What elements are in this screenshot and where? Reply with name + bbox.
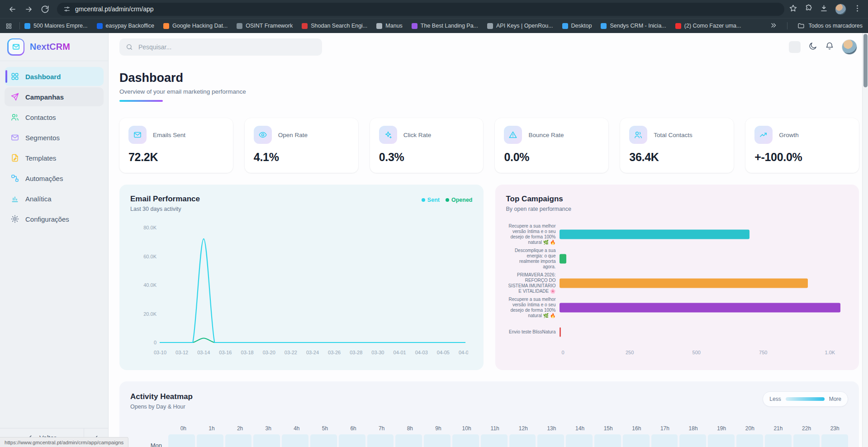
svg-text:03-26: 03-26 [328, 350, 341, 355]
heatmap-cell [282, 434, 308, 447]
stat-card-click-rate: Click Rate0.3% [370, 118, 484, 173]
hour-label: 17h [652, 425, 678, 432]
campaign-bar [560, 328, 561, 337]
bookmark-item[interactable]: Manus [376, 23, 403, 29]
activity-heatmap-card: Activity Heatmap Opens by Day & Hour Les… [119, 381, 859, 447]
url-text: gmcentral.pt/admin/crm/app [75, 5, 154, 13]
bookmark-favicon [487, 23, 493, 29]
campaign-bar-area [560, 271, 849, 295]
forward-button[interactable] [21, 1, 36, 17]
heatmap-cell [367, 434, 394, 447]
reload-button[interactable] [37, 1, 52, 17]
apps-grid-icon[interactable] [5, 23, 12, 29]
menu-kebab-icon[interactable] [853, 4, 862, 14]
mail-icon [10, 133, 19, 142]
hour-label: 7h [368, 425, 395, 432]
sidebar-item-dashboard[interactable]: Dashboard [5, 67, 104, 86]
bookmark-item[interactable]: Desktop [562, 23, 592, 29]
hour-label: 8h [397, 425, 423, 432]
sidebar-item-label: Automações [25, 175, 63, 182]
svg-text:03-18: 03-18 [241, 350, 254, 355]
bookmarks-overflow-chevrons-icon[interactable] [770, 22, 777, 30]
sidebar-item-label: Configurações [25, 215, 69, 223]
page-subtitle: Overview of your email marketing perform… [119, 88, 859, 95]
hour-label: 22h [793, 425, 820, 432]
heatmap-cell [679, 434, 706, 447]
sidebar-item-segmentos[interactable]: Segmentos [5, 128, 104, 147]
x-tick: 1.0K [825, 350, 835, 355]
search-input[interactable] [138, 43, 316, 51]
svg-text:03-22: 03-22 [285, 350, 297, 355]
campaign-bar [560, 279, 808, 288]
sidebar-item-contactos[interactable]: Contactos [5, 108, 104, 127]
page-scrollbar[interactable] [862, 33, 868, 447]
stat-value: 4.1% [254, 151, 349, 164]
bookmark-item[interactable]: easypay Backoffice [97, 23, 154, 29]
bookmark-item[interactable]: Shodan Search Engi... [302, 23, 367, 29]
browser-toolbar: gmcentral.pt/admin/crm/app [0, 0, 868, 18]
bookmark-item[interactable]: API Keys | OpenRou... [487, 23, 553, 29]
search-box[interactable] [119, 38, 322, 56]
campaigns-subtitle: By open rate performance [506, 206, 849, 212]
sidebar-item-label: Analítica [25, 195, 52, 203]
user-avatar[interactable] [842, 39, 857, 55]
heatmap-cell [566, 434, 593, 447]
hour-label: 20h [737, 425, 764, 432]
bookmark-star-icon[interactable] [789, 4, 797, 14]
x-tick: 250 [626, 350, 634, 355]
sidebar-item-campanhas[interactable]: Campanhas [5, 87, 104, 106]
downloads-icon[interactable] [820, 4, 828, 14]
campaigns-x-axis: 02505007501.0K [563, 350, 849, 360]
dark-mode-toggle[interactable] [808, 42, 817, 52]
gear-icon [10, 214, 19, 224]
heatmap-cell [765, 434, 792, 447]
svg-text:03-30: 03-30 [371, 350, 384, 355]
bookmark-favicon [675, 23, 681, 29]
bookmark-item[interactable]: OSINT Framework [237, 23, 293, 29]
bookmark-favicon [562, 23, 568, 29]
svg-text:04-05: 04-05 [437, 350, 450, 355]
hour-label: 11h [482, 425, 508, 432]
site-settings-icon[interactable] [63, 5, 71, 13]
browser-profile-avatar[interactable] [835, 4, 846, 15]
stat-label: Emails Sent [153, 132, 185, 138]
stat-label: Growth [779, 132, 799, 138]
stat-icon-tile [128, 126, 147, 144]
bookmark-item[interactable]: The Best Landing Pa... [412, 23, 478, 29]
heatmap-legend-more: More [829, 396, 841, 402]
heatmap-cell [339, 434, 365, 447]
notifications-button[interactable] [825, 42, 834, 52]
sidebar-item-automaes[interactable]: Automações [5, 169, 104, 188]
scrollbar-thumb[interactable] [863, 34, 868, 87]
sidebar-item-templates[interactable]: Templates [5, 148, 104, 167]
stat-value: 36.4K [629, 151, 725, 164]
stat-icon-tile [379, 126, 397, 144]
heatmap-cell [793, 434, 820, 447]
sidebar-item-configuraes[interactable]: Configurações [5, 209, 104, 228]
stat-card-open-rate: Open Rate4.1% [245, 118, 358, 173]
svg-text:04-07: 04-07 [459, 350, 468, 355]
campaigns-bar-chart: Recupere a sua melhor versão íntima e o … [506, 222, 849, 344]
bookmark-label: 500 Maiores Empre... [33, 23, 88, 29]
extensions-icon[interactable] [804, 4, 813, 14]
all-bookmarks-button[interactable]: Todos os marcadores [797, 22, 863, 29]
bookmark-item[interactable]: Sendys CRM - Inicia... [601, 23, 666, 29]
heatmap-cell [253, 434, 280, 447]
sidebar-item-label: Campanhas [25, 93, 64, 101]
campaign-bar [560, 230, 750, 239]
bookmark-item[interactable]: 500 Maiores Empre... [24, 23, 88, 29]
address-bar[interactable]: gmcentral.pt/admin/crm/app [57, 3, 784, 16]
stat-card-emails-sent: Emails Sent72.2K [119, 118, 233, 173]
hour-label: 5h [312, 425, 338, 432]
svg-text:03-10: 03-10 [154, 350, 166, 355]
hour-label: 14h [567, 425, 593, 432]
bookmark-item[interactable]: Google Hacking Dat... [163, 23, 228, 29]
heatmap-cell [509, 434, 536, 447]
sidebar-item-analtica[interactable]: Analítica [5, 189, 104, 208]
heatmap-cell [821, 434, 848, 447]
campaign-bar-area [560, 320, 849, 344]
back-icon [8, 5, 17, 14]
folder-icon [797, 22, 805, 29]
bookmark-item[interactable]: (2) Como Fazer uma... [675, 23, 741, 29]
back-button[interactable] [5, 1, 20, 17]
